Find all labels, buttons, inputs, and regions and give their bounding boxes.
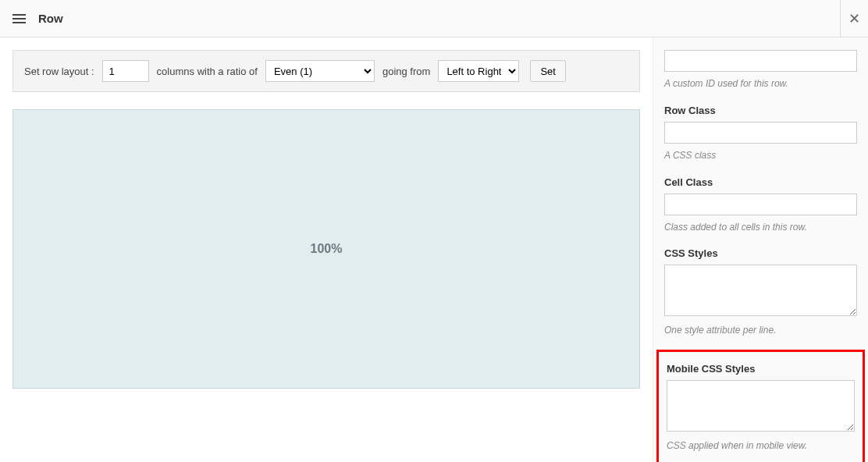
left-panel: Set row layout : columns with a ratio of… (0, 37, 653, 462)
css-styles-help: One style attribute per line. (664, 324, 857, 337)
custom-id-help: A custom ID used for this row. (664, 77, 857, 91)
topbar: Row ✕ (0, 0, 868, 37)
row-class-group: Row Class A CSS class (664, 105, 857, 162)
custom-id-input[interactable] (664, 50, 857, 72)
ratio-select[interactable]: Even (1) (265, 60, 375, 82)
cell-class-label: Cell Class (664, 176, 857, 188)
mobile-css-help: CSS applied when in mobile view. (667, 439, 855, 453)
main-area: Set row layout : columns with a ratio of… (0, 37, 868, 462)
row-class-input[interactable] (664, 122, 857, 144)
columns-input[interactable] (102, 60, 149, 82)
row-preview[interactable]: 100% (12, 109, 640, 389)
row-class-label: Row Class (664, 105, 857, 116)
row-class-help: A CSS class (664, 149, 857, 162)
cell-class-help: Class added to all cells in this row. (664, 221, 857, 234)
css-styles-input[interactable] (664, 265, 857, 316)
layout-bar: Set row layout : columns with a ratio of… (12, 50, 640, 92)
topbar-left: Row (11, 11, 63, 27)
mobile-css-highlight: Mobile CSS Styles CSS applied when in mo… (656, 350, 865, 462)
hamburger-icon[interactable] (11, 11, 27, 27)
cell-class-input[interactable] (664, 194, 857, 215)
page-title: Row (38, 12, 63, 25)
css-styles-label: CSS Styles (664, 247, 857, 259)
mobile-css-input[interactable] (667, 380, 855, 432)
preview-percent: 100% (311, 242, 343, 256)
cell-class-group: Cell Class Class added to all cells in t… (664, 176, 857, 234)
css-styles-group: CSS Styles One style attribute per line. (664, 247, 857, 337)
direction-select[interactable]: Left to Right (438, 60, 519, 82)
set-button[interactable]: Set (530, 60, 566, 82)
mobile-css-group: Mobile CSS Styles CSS applied when in mo… (667, 363, 855, 453)
layout-mid1: columns with a ratio of (157, 66, 258, 77)
layout-mid2: going from (382, 66, 430, 77)
close-icon[interactable]: ✕ (840, 0, 868, 37)
mobile-css-label: Mobile CSS Styles (667, 363, 855, 375)
layout-prefix: Set row layout : (24, 66, 94, 77)
sidebar: A custom ID used for this row. Row Class… (653, 37, 868, 462)
